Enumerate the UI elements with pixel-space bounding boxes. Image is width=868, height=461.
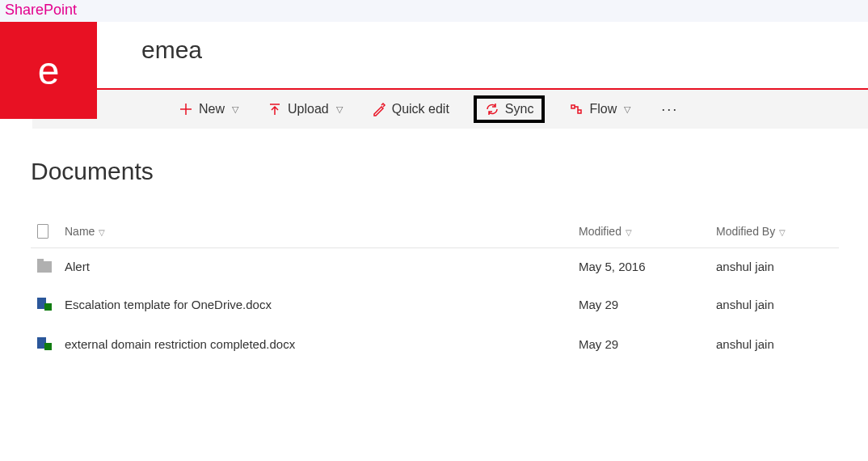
site-header: e emea New ▽ Upload ▽ Quick edit Sync Fl… — [0, 22, 868, 129]
chevron-down-icon: ▽ — [232, 104, 238, 115]
plus-icon — [179, 102, 193, 116]
flow-icon — [569, 102, 584, 116]
quick-edit-label: Quick edit — [392, 102, 449, 116]
cell-icon — [31, 285, 58, 324]
chevron-down-icon: ▽ — [99, 228, 105, 237]
sync-icon — [485, 102, 499, 116]
pencil-icon — [372, 102, 386, 116]
cell-modified-by: anshul jain — [710, 248, 839, 285]
main-content: Documents Name▽ Modified▽ Modified By▽ A… — [0, 129, 868, 364]
column-modified-by[interactable]: Modified By▽ — [710, 214, 839, 248]
table-row[interactable]: external domain restriction completed.do… — [31, 324, 839, 364]
chevron-down-icon: ▽ — [779, 228, 786, 237]
cell-icon — [31, 248, 58, 285]
cell-modified-by: anshul jain — [710, 324, 839, 364]
cell-modified-by: anshul jain — [710, 285, 839, 324]
site-logo-letter: e — [38, 49, 60, 93]
flow-label: Flow — [589, 102, 617, 116]
cell-icon — [31, 324, 58, 364]
cell-name[interactable]: Alert — [58, 248, 572, 285]
flow-button[interactable]: Flow ▽ — [564, 99, 635, 120]
command-bar: New ▽ Upload ▽ Quick edit Sync Flow ▽ ··… — [32, 90, 868, 129]
library-title: Documents — [31, 158, 839, 185]
column-type[interactable] — [31, 214, 58, 248]
table-header-row: Name▽ Modified▽ Modified By▽ — [31, 214, 839, 248]
upload-icon — [268, 102, 282, 116]
site-logo[interactable]: e — [0, 22, 97, 119]
site-title: emea — [141, 36, 868, 64]
new-label: New — [199, 102, 225, 116]
sync-button[interactable]: Sync — [474, 95, 546, 123]
word-icon — [37, 336, 52, 350]
documents-table: Name▽ Modified▽ Modified By▽ AlertMay 5,… — [31, 214, 839, 364]
upload-label: Upload — [288, 102, 329, 116]
column-modified[interactable]: Modified▽ — [572, 214, 710, 248]
upload-button[interactable]: Upload ▽ — [263, 99, 348, 120]
file-icon — [37, 224, 48, 239]
chevron-down-icon: ▽ — [624, 104, 630, 115]
table-row[interactable]: AlertMay 5, 2016anshul jain — [31, 248, 839, 285]
table-row[interactable]: Escalation template for OneDrive.docxMay… — [31, 285, 839, 324]
brand-link[interactable]: SharePoint — [5, 2, 77, 18]
cell-modified: May 29 — [572, 285, 710, 324]
cell-modified: May 29 — [572, 324, 710, 364]
cell-name[interactable]: Escalation template for OneDrive.docx — [58, 285, 572, 324]
chevron-down-icon: ▽ — [336, 104, 343, 115]
sync-label: Sync — [505, 102, 534, 116]
cell-name[interactable]: external domain restriction completed.do… — [58, 324, 572, 364]
column-name[interactable]: Name▽ — [58, 214, 572, 248]
overflow-button[interactable]: ··· — [655, 101, 685, 118]
suite-bar: SharePoint — [0, 0, 868, 22]
folder-icon — [37, 261, 52, 273]
chevron-down-icon: ▽ — [626, 228, 632, 237]
quick-edit-button[interactable]: Quick edit — [367, 99, 454, 120]
cell-modified: May 5, 2016 — [572, 248, 710, 285]
new-button[interactable]: New ▽ — [174, 99, 243, 120]
word-icon — [37, 296, 52, 311]
